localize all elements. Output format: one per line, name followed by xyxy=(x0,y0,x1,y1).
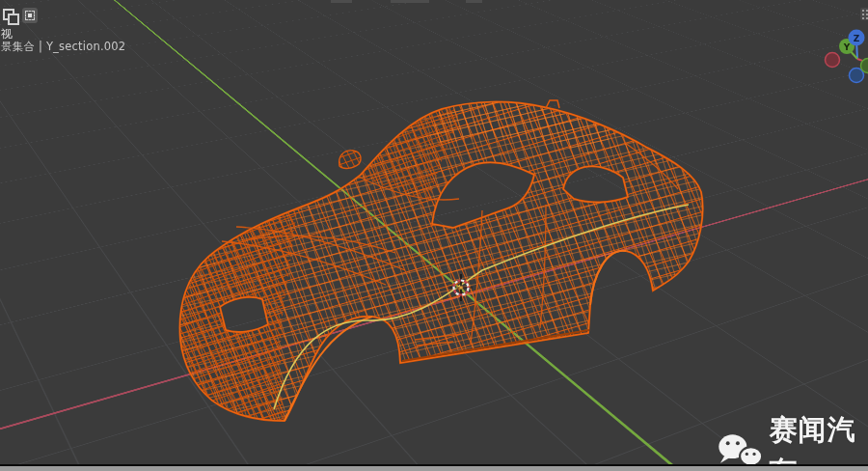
editor-mode-icon[interactable] xyxy=(3,9,17,23)
scene-collection-label: 景集合 | Y_section.002 xyxy=(1,40,125,54)
overlay-options-icon[interactable] xyxy=(860,8,868,20)
header-button-stub xyxy=(331,0,352,3)
render-region-icon[interactable] xyxy=(22,8,38,23)
watermark-text: 赛闻汽车 xyxy=(769,408,868,471)
header-button-stub xyxy=(466,0,482,3)
blender-viewport-window: Y Z 视 景集合 | Y_section.002 xyxy=(0,0,868,471)
watermark: 赛闻汽车 xyxy=(715,408,868,471)
horizontal-scrollbar[interactable] xyxy=(0,466,868,471)
header-button-stub xyxy=(391,0,429,3)
